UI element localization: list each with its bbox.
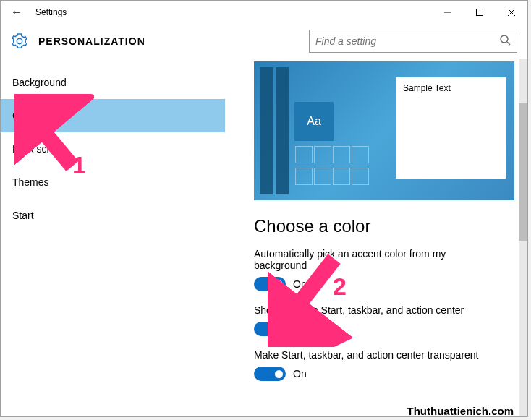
preview-tile-aa: Aa <box>294 102 334 141</box>
minimize-button[interactable] <box>432 1 464 24</box>
page-title: PERSONALIZATION <box>38 35 309 47</box>
back-arrow-icon: ← <box>11 6 22 19</box>
close-button[interactable] <box>496 1 527 24</box>
window-controls <box>432 1 527 24</box>
search-icon[interactable] <box>499 34 511 48</box>
titlebar: ← Settings <box>1 1 527 24</box>
body: Background Colors Lock screen Themes Sta… <box>1 59 527 416</box>
toggle-row-auto-accent: On <box>254 277 519 291</box>
minimize-icon <box>444 9 451 16</box>
toggle-transparent[interactable] <box>254 367 286 381</box>
search-input[interactable] <box>315 35 499 47</box>
setting-label-transparent: Make Start, taskbar, and action center t… <box>254 349 500 361</box>
section-title: Choose a color <box>254 216 519 236</box>
toggle-show-color[interactable] <box>254 322 286 336</box>
preview-tiles: Aa <box>260 67 375 194</box>
setting-label-show-color: Show color on Start, taskbar, and action… <box>254 304 500 316</box>
toggle-state-label: On <box>293 368 307 380</box>
sidebar-item-themes[interactable]: Themes <box>1 166 225 199</box>
toggle-row-transparent: On <box>254 367 519 381</box>
toggle-state-label: On <box>293 278 307 290</box>
sidebar-item-lock-screen[interactable]: Lock screen <box>1 132 225 166</box>
sidebar-item-label: Lock screen <box>12 143 67 155</box>
toggle-state-label: On <box>293 323 307 335</box>
gear-icon <box>11 33 28 50</box>
sidebar-item-label: Background <box>12 77 67 88</box>
sidebar-item-label: Themes <box>12 176 49 188</box>
sidebar-item-label: Colors <box>12 110 41 121</box>
svg-point-4 <box>501 35 508 43</box>
toggle-auto-accent[interactable] <box>254 277 286 291</box>
sidebar-item-colors[interactable]: Colors <box>1 99 225 132</box>
back-button[interactable]: ← <box>1 1 33 24</box>
svg-rect-1 <box>477 9 483 16</box>
sample-text-label: Sample Text <box>403 83 451 93</box>
window-title: Settings <box>33 7 432 17</box>
color-preview: Aa Sample Text <box>254 61 514 200</box>
close-icon <box>508 9 515 16</box>
maximize-icon <box>476 9 483 16</box>
watermark: Thuthuattienich.com <box>407 405 514 417</box>
vertical-scrollbar[interactable] <box>519 59 527 416</box>
search-box[interactable] <box>309 30 517 53</box>
header: PERSONALIZATION <box>1 24 527 59</box>
setting-label-auto-accent: Automatically pick an accent color from … <box>254 248 500 271</box>
sidebar-item-label: Start <box>12 210 34 221</box>
settings-window: ← Settings PERSONALIZATION <box>0 0 528 417</box>
maximize-button[interactable] <box>464 1 496 24</box>
sample-text-box: Sample Text <box>396 77 506 179</box>
toggle-row-show-color: On <box>254 322 519 336</box>
sidebar: Background Colors Lock screen Themes Sta… <box>1 59 225 416</box>
sidebar-item-background[interactable]: Background <box>1 66 225 99</box>
sidebar-item-start[interactable]: Start <box>1 199 225 232</box>
svg-line-5 <box>507 42 510 45</box>
scrollbar-thumb[interactable] <box>519 103 527 241</box>
content-area: Aa Sample Text Choose a color Automatica… <box>225 59 527 416</box>
